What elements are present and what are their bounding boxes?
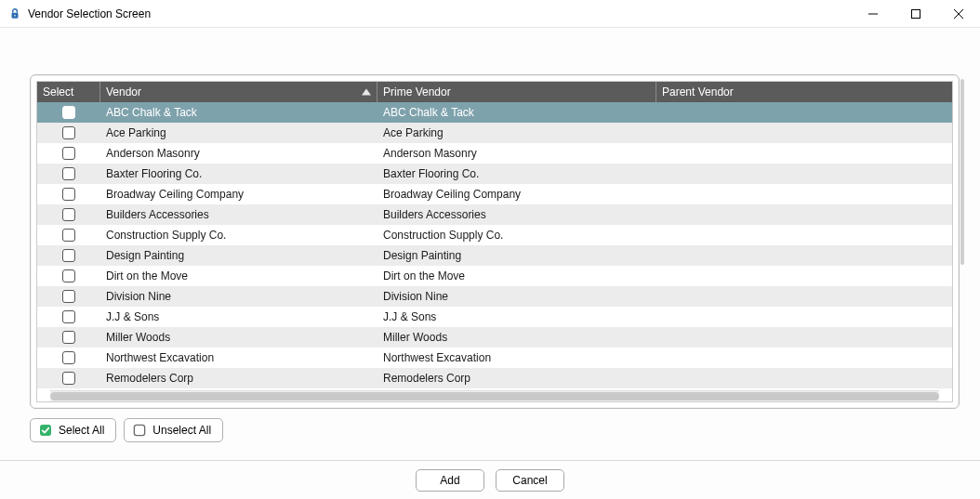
sort-asc-icon: [362, 89, 371, 96]
row-prime-vendor: Miller Woods: [377, 331, 656, 344]
row-checkbox[interactable]: [62, 188, 75, 201]
grid-header: Select Vendor Prime Vendor Parent Vendor: [37, 82, 952, 102]
row-select-cell: [37, 290, 100, 303]
row-prime-vendor: Dirt on the Move: [377, 269, 656, 282]
svg-rect-3: [40, 425, 51, 436]
column-header-label: Prime Vendor: [383, 85, 451, 98]
row-vendor: ABC Chalk & Tack: [100, 106, 377, 119]
column-header-select[interactable]: Select: [37, 82, 100, 102]
row-prime-vendor: ABC Chalk & Tack: [377, 106, 656, 119]
row-select-cell: [37, 310, 100, 323]
row-checkbox[interactable]: [62, 126, 75, 139]
vendor-grid: Select Vendor Prime Vendor Parent Vendor…: [36, 81, 953, 402]
row-prime-vendor: Construction Supply Co.: [377, 229, 656, 242]
row-vendor: Broadway Ceiling Company: [100, 188, 377, 201]
row-prime-vendor: Builders Accessories: [377, 208, 656, 221]
horizontal-scrollbar-thumb[interactable]: [50, 392, 939, 401]
client-area: Select Vendor Prime Vendor Parent Vendor…: [0, 28, 980, 499]
table-row[interactable]: ABC Chalk & TackABC Chalk & Tack: [37, 102, 952, 123]
table-row[interactable]: Construction Supply Co.Construction Supp…: [37, 225, 952, 245]
row-vendor: Design Painting: [100, 249, 377, 262]
row-prime-vendor: Anderson Masonry: [377, 147, 656, 160]
grid-body[interactable]: ABC Chalk & TackABC Chalk & TackAce Park…: [37, 102, 952, 390]
row-checkbox[interactable]: [62, 269, 75, 282]
horizontal-scrollbar[interactable]: [50, 390, 939, 401]
table-row[interactable]: Northwest ExcavationNorthwest Excavation: [37, 348, 952, 368]
row-select-cell: [37, 147, 100, 160]
row-checkbox[interactable]: [62, 290, 75, 303]
table-row[interactable]: Remodelers CorpRemodelers Corp: [37, 368, 952, 388]
table-row[interactable]: Miller WoodsMiller Woods: [37, 327, 952, 348]
row-prime-vendor: Design Painting: [377, 249, 656, 262]
titlebar: Vendor Selection Screen: [0, 0, 980, 28]
table-row[interactable]: Broadway Ceiling CompanyBroadway Ceiling…: [37, 184, 952, 204]
table-row[interactable]: Design PaintingDesign Painting: [37, 245, 952, 266]
row-prime-vendor: Baxter Flooring Co.: [377, 167, 656, 180]
table-row[interactable]: Builders AccessoriesBuilders Accessories: [37, 204, 952, 225]
row-checkbox[interactable]: [62, 208, 75, 221]
table-row[interactable]: Division NineDivision Nine: [37, 286, 952, 307]
table-row[interactable]: J.J & SonsJ.J & Sons: [37, 307, 952, 327]
cancel-button[interactable]: Cancel: [496, 469, 564, 492]
row-checkbox[interactable]: [62, 106, 75, 119]
maximize-button[interactable]: [894, 0, 937, 27]
row-vendor: Northwest Excavation: [100, 351, 377, 364]
row-select-cell: [37, 229, 100, 242]
row-prime-vendor: Division Nine: [377, 290, 656, 303]
lock-icon: [7, 7, 22, 21]
table-row[interactable]: Anderson MasonryAnderson Masonry: [37, 143, 952, 164]
row-checkbox[interactable]: [62, 249, 75, 262]
row-vendor: Baxter Flooring Co.: [100, 167, 377, 180]
row-checkbox[interactable]: [62, 372, 75, 385]
row-select-cell: [37, 249, 100, 262]
vertical-scroll-indicator[interactable]: [960, 79, 964, 265]
row-select-cell: [37, 188, 100, 201]
column-header-parent-vendor[interactable]: Parent Vendor: [656, 82, 952, 102]
row-vendor: Dirt on the Move: [100, 269, 377, 282]
row-checkbox[interactable]: [62, 147, 75, 160]
table-row[interactable]: Baxter Flooring Co.Baxter Flooring Co.: [37, 164, 952, 184]
button-label: Cancel: [512, 474, 547, 487]
row-prime-vendor: Northwest Excavation: [377, 351, 656, 364]
column-header-label: Parent Vendor: [662, 85, 734, 98]
grid-panel: Select Vendor Prime Vendor Parent Vendor…: [30, 74, 960, 409]
unselect-all-button[interactable]: Unselect All: [124, 418, 223, 442]
close-button[interactable]: [937, 0, 980, 27]
minimize-button[interactable]: [852, 0, 894, 27]
row-prime-vendor: Remodelers Corp: [377, 372, 656, 385]
row-vendor: Division Nine: [100, 290, 377, 303]
row-vendor: Construction Supply Co.: [100, 229, 377, 242]
row-prime-vendor: Ace Parking: [377, 126, 656, 139]
row-checkbox[interactable]: [62, 331, 75, 344]
table-row[interactable]: Ace ParkingAce Parking: [37, 123, 952, 143]
row-select-cell: [37, 351, 100, 364]
row-vendor: Remodelers Corp: [100, 372, 377, 385]
row-checkbox[interactable]: [62, 310, 75, 323]
button-label: Unselect All: [152, 424, 211, 437]
row-select-cell: [37, 269, 100, 282]
select-all-button[interactable]: Select All: [30, 418, 116, 442]
row-prime-vendor: Broadway Ceiling Company: [377, 188, 656, 201]
column-header-prime-vendor[interactable]: Prime Vendor: [377, 82, 656, 102]
row-checkbox[interactable]: [62, 351, 75, 364]
column-header-label: Vendor: [106, 85, 141, 98]
row-select-cell: [37, 208, 100, 221]
window-title: Vendor Selection Screen: [28, 7, 852, 20]
add-button[interactable]: Add: [416, 469, 484, 492]
table-row[interactable]: Dirt on the MoveDirt on the Move: [37, 266, 952, 286]
svg-point-1: [14, 14, 16, 16]
row-vendor: Anderson Masonry: [100, 147, 377, 160]
row-vendor: Miller Woods: [100, 331, 377, 344]
row-select-cell: [37, 331, 100, 344]
row-select-cell: [37, 106, 100, 119]
row-checkbox[interactable]: [62, 229, 75, 242]
row-checkbox[interactable]: [62, 167, 75, 180]
row-select-cell: [37, 126, 100, 139]
column-header-vendor[interactable]: Vendor: [100, 82, 377, 102]
unchecked-icon: [132, 423, 147, 438]
window-controls: [852, 0, 980, 27]
check-icon: [38, 423, 53, 438]
row-select-cell: [37, 372, 100, 385]
selection-buttons: Select All Unselect All: [30, 418, 223, 442]
button-label: Select All: [59, 424, 104, 437]
